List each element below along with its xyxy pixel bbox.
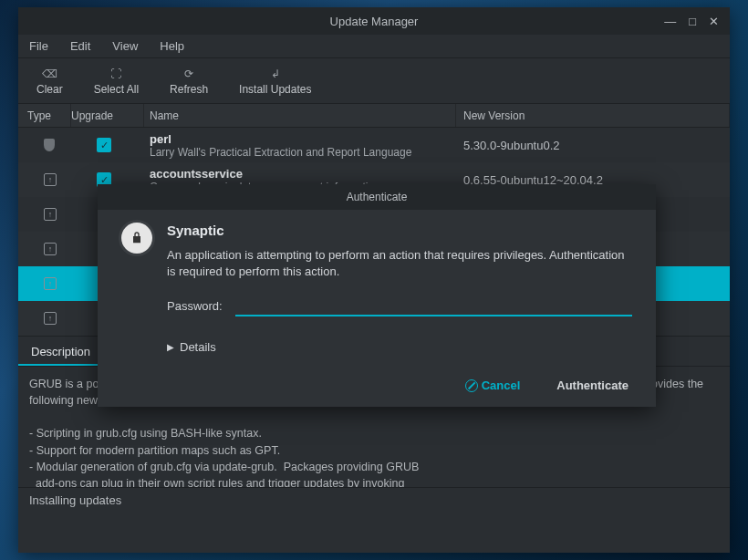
select-all-button[interactable]: ⛶ Select All xyxy=(83,63,150,99)
upgrade-icon: ↑ xyxy=(44,312,57,325)
install-icon: ↲ xyxy=(271,67,280,81)
password-input[interactable] xyxy=(235,295,632,316)
maximize-button[interactable]: □ xyxy=(689,15,696,28)
menu-help[interactable]: Help xyxy=(154,37,190,55)
upgrade-icon: ↑ xyxy=(44,243,57,255)
menu-view[interactable]: View xyxy=(107,37,143,55)
package-desc: Larry Wall's Practical Extraction and Re… xyxy=(150,146,456,159)
upgrade-icon: ↑ xyxy=(44,173,57,186)
window-title: Update Manager xyxy=(330,15,419,28)
status-text: Installing updates xyxy=(29,493,121,507)
details-expander[interactable]: ▶ Details xyxy=(167,340,632,354)
table-row[interactable]: ✓ perl Larry Wall's Practical Extraction… xyxy=(18,128,730,162)
password-label: Password: xyxy=(167,299,223,313)
col-type[interactable]: Type xyxy=(18,104,71,127)
package-version: 5.30.0-9ubuntu0.2 xyxy=(456,139,730,152)
clear-button[interactable]: ⌫ Clear xyxy=(26,63,74,99)
close-button[interactable]: ✕ xyxy=(709,15,719,28)
titlebar: Update Manager — □ ✕ xyxy=(18,7,730,35)
chevron-right-icon: ▶ xyxy=(167,342,174,352)
col-version[interactable]: New Version xyxy=(456,104,730,127)
authenticate-dialog: Authenticate Synaptic An application is … xyxy=(98,184,656,407)
install-updates-button[interactable]: ↲ Install Updates xyxy=(228,63,322,99)
prohibit-icon xyxy=(465,379,478,392)
table-header: Type Upgrade Name New Version xyxy=(18,104,730,128)
select-all-icon: ⛶ xyxy=(110,67,121,81)
upgrade-icon: ↑ xyxy=(44,277,57,290)
col-upgrade[interactable]: Upgrade xyxy=(71,104,144,127)
package-name: perl xyxy=(150,132,456,146)
refresh-button[interactable]: ⟳ Refresh xyxy=(159,63,219,99)
menu-file[interactable]: File xyxy=(24,37,54,55)
upgrade-icon: ↑ xyxy=(44,208,57,221)
menu-edit[interactable]: Edit xyxy=(65,37,96,55)
refresh-icon: ⟳ xyxy=(184,67,193,81)
security-icon xyxy=(44,139,55,151)
cancel-button[interactable]: Cancel xyxy=(465,379,521,392)
authenticate-button[interactable]: Authenticate xyxy=(556,379,629,392)
minimize-button[interactable]: — xyxy=(664,15,676,28)
menubar: File Edit View Help xyxy=(18,35,730,58)
dialog-message: An application is attempting to perform … xyxy=(167,247,632,280)
tab-description[interactable]: Description xyxy=(18,337,103,366)
toolbar: ⌫ Clear ⛶ Select All ⟳ Refresh ↲ Install… xyxy=(18,58,730,104)
dialog-title: Authenticate xyxy=(98,184,656,210)
checkbox-checked[interactable]: ✓ xyxy=(97,138,111,152)
package-name: accountsservice xyxy=(150,167,456,181)
clear-icon: ⌫ xyxy=(42,67,57,81)
dialog-app-name: Synaptic xyxy=(167,223,632,238)
lock-icon xyxy=(121,223,152,254)
col-name[interactable]: Name xyxy=(144,104,456,127)
statusbar: Installing updates xyxy=(18,487,730,513)
